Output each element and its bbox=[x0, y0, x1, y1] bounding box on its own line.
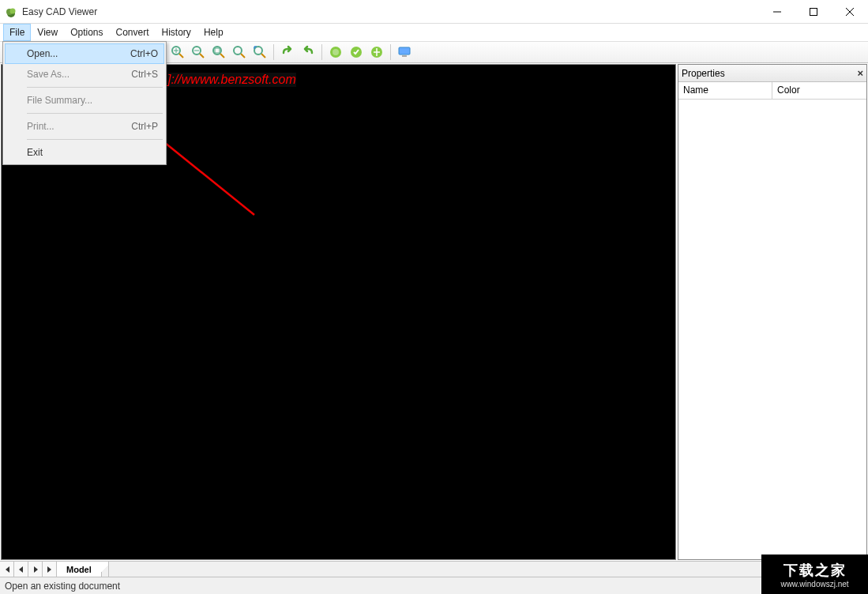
menu-separator bbox=[27, 139, 163, 140]
properties-close-icon[interactable]: × bbox=[857, 67, 863, 79]
zoom-window-icon[interactable] bbox=[209, 43, 228, 62]
menu-item-shortcut: Ctrl+P bbox=[131, 121, 158, 132]
zoom-out-icon[interactable] bbox=[189, 43, 208, 62]
toolbar-separator bbox=[273, 44, 274, 60]
svg-line-20 bbox=[179, 54, 183, 58]
svg-rect-38 bbox=[402, 55, 407, 57]
minimize-button[interactable] bbox=[759, 0, 795, 23]
redo-icon[interactable] bbox=[278, 43, 297, 62]
svg-rect-28 bbox=[215, 48, 220, 53]
tab-nav-next-icon[interactable] bbox=[28, 562, 43, 577]
menu-item-open[interactable]: Open... Ctrl+O bbox=[5, 43, 164, 64]
svg-rect-37 bbox=[399, 47, 410, 55]
toolbar-circle-2-icon[interactable] bbox=[347, 43, 366, 62]
toolbar-circle-1-icon[interactable] bbox=[326, 43, 345, 62]
menu-item-label: Open... bbox=[27, 48, 58, 59]
menu-item-shortcut: Ctrl+S bbox=[131, 69, 158, 80]
menu-item-file-summary[interactable]: File Summary... bbox=[5, 90, 164, 111]
tab-model[interactable]: Model bbox=[57, 562, 102, 577]
tab-bar: Model Layer A Font bbox=[0, 561, 868, 577]
zoom-extents-icon[interactable] bbox=[250, 43, 269, 62]
tab-label: Model bbox=[66, 565, 92, 574]
status-hint: Open an existing document bbox=[5, 581, 120, 592]
menu-convert[interactable]: Convert bbox=[110, 24, 156, 41]
close-button[interactable] bbox=[832, 0, 868, 23]
tab-nav-prev-icon[interactable] bbox=[14, 562, 28, 577]
watermark: 下载之家 www.windowszj.net bbox=[761, 555, 868, 594]
svg-line-27 bbox=[220, 54, 224, 58]
properties-columns: Name Color bbox=[678, 82, 866, 100]
tab-nav-last-icon[interactable] bbox=[43, 562, 57, 577]
menu-options[interactable]: Options bbox=[64, 24, 109, 41]
file-dropdown: Open... Ctrl+O Save As... Ctrl+S File Su… bbox=[2, 41, 167, 165]
svg-line-32 bbox=[261, 54, 265, 58]
statusbar: Open an existing document P bbox=[0, 577, 868, 594]
maximize-button[interactable] bbox=[795, 0, 832, 23]
menu-help[interactable]: Help bbox=[197, 24, 230, 41]
column-name[interactable]: Name bbox=[678, 82, 772, 99]
watermark-text: 下载之家 bbox=[783, 561, 847, 580]
menu-item-label: File Summary... bbox=[27, 95, 92, 106]
menu-item-shortcut: Ctrl+O bbox=[130, 48, 158, 59]
properties-panel: Properties × Name Color bbox=[678, 64, 867, 560]
menu-history[interactable]: History bbox=[156, 24, 197, 41]
properties-header: Properties × bbox=[678, 65, 866, 82]
properties-title: Properties bbox=[682, 68, 725, 79]
zoom-in-icon[interactable] bbox=[168, 43, 187, 62]
svg-point-31 bbox=[254, 47, 262, 55]
svg-line-30 bbox=[241, 54, 245, 58]
menu-item-save-as[interactable]: Save As... Ctrl+S bbox=[5, 64, 164, 85]
svg-point-29 bbox=[234, 47, 242, 55]
tab-spacer bbox=[102, 562, 787, 577]
app-title: Easy CAD Viewer bbox=[22, 6, 759, 17]
menu-item-label: Save As... bbox=[27, 69, 70, 80]
svg-point-34 bbox=[333, 49, 339, 55]
toolbar-monitor-icon[interactable] bbox=[395, 43, 414, 62]
tab-nav-first-icon[interactable] bbox=[0, 562, 14, 577]
undo-icon[interactable] bbox=[299, 43, 318, 62]
menu-separator bbox=[27, 113, 163, 114]
toolbar-circle-3-icon[interactable] bbox=[367, 43, 386, 62]
menu-file[interactable]: File bbox=[3, 24, 31, 41]
app-icon bbox=[5, 6, 17, 18]
menu-view[interactable]: View bbox=[31, 24, 64, 41]
canvas-url-text: ]://wwww.benzsoft.com bbox=[167, 73, 296, 87]
zoom-fit-icon[interactable] bbox=[230, 43, 249, 62]
svg-rect-4 bbox=[810, 8, 817, 15]
column-color[interactable]: Color bbox=[772, 82, 866, 99]
menu-item-label: Exit bbox=[27, 147, 43, 158]
titlebar: Easy CAD Viewer bbox=[0, 0, 868, 24]
toolbar-separator bbox=[390, 44, 391, 60]
toolbar-separator bbox=[321, 44, 322, 60]
watermark-url: www.windowszj.net bbox=[780, 580, 848, 588]
menu-item-exit[interactable]: Exit bbox=[5, 142, 164, 163]
menu-item-label: Print... bbox=[27, 121, 54, 132]
svg-line-24 bbox=[200, 54, 204, 58]
menubar: File View Options Convert History Help bbox=[0, 24, 868, 41]
window-controls bbox=[759, 0, 868, 23]
menu-separator bbox=[27, 87, 163, 88]
svg-point-2 bbox=[10, 8, 16, 13]
menu-item-print[interactable]: Print... Ctrl+P bbox=[5, 116, 164, 137]
